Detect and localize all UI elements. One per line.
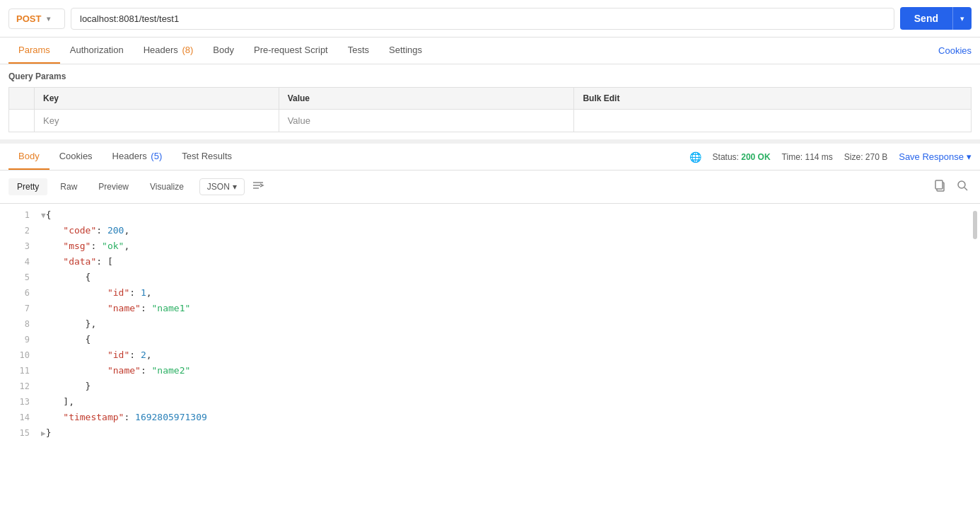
- code-content-15: ▶}: [41, 427, 972, 438]
- copy-button[interactable]: [931, 176, 949, 197]
- line-num-2: 2: [8, 226, 30, 236]
- method-label: POST: [16, 13, 41, 24]
- bulk-edit-header[interactable]: Bulk Edit: [574, 88, 972, 110]
- checkbox-col-header: [9, 88, 35, 110]
- code-content-10: "id": 2,: [41, 350, 972, 360]
- svg-rect-4: [935, 180, 943, 189]
- format-label: JSON: [207, 182, 230, 192]
- scrollbar[interactable]: [974, 204, 979, 444]
- tab-params[interactable]: Params: [8, 37, 60, 64]
- send-btn-group: Send ▾: [900, 7, 972, 30]
- code-content-11: "name": "name2": [41, 365, 972, 376]
- value-col-header: Value: [279, 88, 574, 110]
- line-num-6: 6: [8, 288, 30, 298]
- response-tabs: Body Cookies Headers (5) Test Results 🌐 …: [0, 144, 980, 171]
- cookies-link[interactable]: Cookies: [938, 45, 972, 56]
- code-line-14: 14 "timestamp": 1692805971309: [0, 412, 980, 427]
- key-col-header: Key: [35, 88, 279, 110]
- line-num-7: 7: [8, 304, 30, 313]
- request-tabs: Params Authorization Headers (8) Body Pr…: [0, 37, 980, 64]
- line-num-3: 3: [8, 241, 30, 251]
- svg-line-6: [964, 187, 967, 190]
- tab-settings[interactable]: Settings: [379, 37, 432, 64]
- code-line-3: 3 "msg": "ok",: [0, 241, 980, 256]
- code-line-2: 2 "code": 200,: [0, 225, 980, 241]
- tab-tests[interactable]: Tests: [338, 37, 379, 64]
- wrap-icon: [252, 179, 264, 192]
- send-dropdown-button[interactable]: ▾: [952, 7, 972, 30]
- line-num-8: 8: [8, 319, 30, 329]
- resp-tab-body[interactable]: Body: [8, 144, 49, 170]
- line-num-14: 14: [8, 412, 30, 422]
- code-content-8: },: [41, 318, 972, 329]
- response-toolbar: Pretty Raw Preview Visualize JSON ▾: [0, 171, 980, 204]
- time-value: 114 ms: [805, 152, 832, 162]
- key-cell[interactable]: Key: [35, 110, 279, 132]
- resp-tab-cookies[interactable]: Cookies: [49, 144, 103, 170]
- code-content-14: "timestamp": 1692805971309: [41, 412, 972, 422]
- resp-tab-headers[interactable]: Headers (5): [103, 144, 173, 170]
- save-response-chevron: ▾: [967, 151, 972, 162]
- tab-body[interactable]: Body: [203, 37, 244, 64]
- method-chevron: ▾: [47, 15, 50, 23]
- code-line-7: 7 "name": "name1": [0, 303, 980, 318]
- code-line-1: 1 ▼{: [0, 209, 980, 225]
- code-line-9: 9 {: [0, 334, 980, 350]
- code-content-4: "data": [: [41, 256, 972, 267]
- query-params-title: Query Params: [8, 71, 972, 81]
- scrollbar-thumb: [973, 211, 977, 239]
- line-num-4: 4: [8, 257, 30, 267]
- line-num-12: 12: [8, 381, 30, 391]
- copy-icon: [933, 179, 946, 192]
- code-content-2: "code": 200,: [41, 225, 972, 236]
- code-content-5: {: [41, 272, 972, 282]
- svg-point-5: [958, 181, 965, 188]
- view-pretty[interactable]: Pretty: [8, 178, 47, 195]
- method-select[interactable]: POST ▾: [8, 8, 65, 29]
- tab-headers[interactable]: Headers (8): [134, 37, 204, 64]
- top-bar: POST ▾ Send ▾: [0, 0, 980, 37]
- line-num-11: 11: [8, 366, 30, 376]
- code-line-6: 6 "id": 1,: [0, 287, 980, 303]
- size-value: 270 B: [865, 152, 887, 162]
- table-row: Key Value: [9, 110, 972, 132]
- resp-tab-test-results[interactable]: Test Results: [172, 144, 242, 170]
- format-select[interactable]: JSON ▾: [199, 178, 245, 195]
- view-visualize[interactable]: Visualize: [141, 178, 192, 195]
- status-value: 200 OK: [741, 152, 770, 162]
- code-content-9: {: [41, 334, 972, 345]
- url-input[interactable]: [71, 8, 894, 30]
- format-chevron: ▾: [233, 182, 237, 192]
- code-content-3: "msg": "ok",: [41, 241, 972, 251]
- status-text: Status: 200 OK: [713, 152, 771, 162]
- send-button[interactable]: Send: [900, 7, 952, 30]
- wrap-button[interactable]: [249, 176, 267, 197]
- line-num-15: 15: [8, 428, 30, 438]
- save-response-button[interactable]: Save Response ▾: [899, 151, 972, 162]
- code-content-12: }: [41, 381, 972, 391]
- search-button[interactable]: [953, 176, 972, 197]
- size-text: Size: 270 B: [844, 152, 887, 162]
- code-area[interactable]: 1 ▼{ 2 "code": 200, 3 "msg": "ok", 4 "da…: [0, 204, 980, 444]
- code-line-13: 13 ],: [0, 396, 980, 412]
- code-line-11: 11 "name": "name2": [0, 365, 980, 381]
- line-num-1: 1: [8, 210, 30, 220]
- line-num-9: 9: [8, 335, 30, 345]
- code-line-5: 5 {: [0, 272, 980, 287]
- code-line-15: 15 ▶}: [0, 427, 980, 443]
- globe-icon: 🌐: [689, 151, 701, 163]
- code-content-6: "id": 1,: [41, 287, 972, 298]
- value-cell[interactable]: Value: [279, 110, 574, 132]
- view-raw[interactable]: Raw: [52, 178, 86, 195]
- code-content-1: ▼{: [41, 209, 972, 220]
- tab-authorization[interactable]: Authorization: [60, 37, 134, 64]
- code-line-10: 10 "id": 2,: [0, 350, 980, 365]
- code-line-4: 4 "data": [: [0, 256, 980, 272]
- line-num-5: 5: [8, 272, 30, 282]
- tab-pre-request-script[interactable]: Pre-request Script: [244, 37, 338, 64]
- view-preview[interactable]: Preview: [90, 178, 137, 195]
- code-content-7: "name": "name1": [41, 303, 972, 313]
- code-line-12: 12 }: [0, 381, 980, 396]
- actions-cell: [574, 110, 972, 132]
- row-checkbox-cell: [9, 110, 35, 132]
